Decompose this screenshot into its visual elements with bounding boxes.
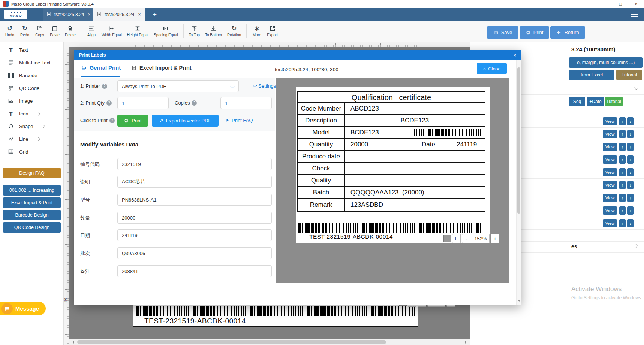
view-button[interactable]: View	[603, 219, 617, 227]
design-barcode[interactable]	[136, 306, 415, 316]
minimize-button[interactable]: −	[597, 0, 613, 8]
tab-general-print[interactable]: Gernal Print	[81, 65, 121, 71]
field-input-5[interactable]	[117, 247, 272, 259]
message-button[interactable]: Message	[0, 302, 46, 315]
more-button[interactable]: ∗ More	[249, 21, 264, 41]
tab-excel-import[interactable]: Excel Import & Print	[131, 65, 192, 71]
move-down-button[interactable]: ↓	[627, 219, 634, 227]
add-date-button[interactable]: +Date	[587, 97, 604, 106]
print-now-button[interactable]: Print	[117, 115, 148, 127]
horizontal-scrollbar[interactable]	[69, 339, 470, 345]
dialog-titlebar[interactable]: Print Labels ×	[74, 50, 521, 60]
delete-button[interactable]: Delete	[62, 21, 78, 41]
dialog-close-button[interactable]: × Close	[477, 63, 507, 74]
design-barcode-caption[interactable]: TEST-2321519-ABCDK-00014	[144, 317, 246, 325]
copy-button[interactable]: Copy	[32, 21, 47, 41]
view-button[interactable]: View	[603, 194, 617, 202]
move-down-button[interactable]: ↓	[627, 168, 634, 176]
view-button[interactable]: View	[603, 143, 617, 151]
to-top-button[interactable]: To Top	[186, 21, 202, 41]
move-down-button[interactable]: ↓	[627, 143, 634, 151]
tool-icon[interactable]: T Icon	[0, 107, 63, 120]
tab-tset42025[interactable]: tset42025.3.24 ×	[43, 8, 95, 21]
tab-test52025[interactable]: test52025.3.24 ×	[93, 8, 145, 21]
design-faq-button[interactable]: Design FAQ	[3, 168, 61, 178]
menu-icon[interactable]	[631, 12, 638, 17]
help-icon[interactable]: ?	[102, 84, 107, 89]
copies-input[interactable]	[220, 97, 272, 109]
tutorial-button[interactable]: Tutorial	[616, 70, 642, 80]
field-input-1[interactable]	[117, 176, 272, 188]
move-up-button[interactable]: ↑	[619, 219, 626, 227]
save-button[interactable]: Save	[487, 26, 518, 39]
help-icon[interactable]: ?	[109, 118, 115, 123]
modal-scrollbar[interactable]	[516, 60, 521, 305]
maso-logo[interactable]: MASO	[4, 10, 27, 19]
move-up-button[interactable]: ↑	[619, 181, 626, 189]
tab-close-icon[interactable]: ×	[87, 12, 91, 17]
tool-shape[interactable]: Shape	[0, 120, 63, 133]
width-equal-button[interactable]: Width Equal	[99, 21, 124, 41]
scroll-right-icon[interactable]	[465, 340, 469, 344]
view-button[interactable]: View	[603, 181, 617, 189]
undo-button[interactable]: ↺ Undo	[2, 21, 17, 41]
section-header[interactable]: es	[571, 243, 577, 249]
seq-button[interactable]: Seq	[569, 97, 585, 106]
height-equal-button[interactable]: Height Equal	[124, 21, 151, 41]
view-button[interactable]: View	[603, 155, 617, 164]
print-button[interactable]: Print	[520, 26, 549, 39]
label-settings-button[interactable]: e, margin, multi-columns ...)	[569, 57, 643, 68]
tool-grid[interactable]: Grid	[0, 145, 63, 158]
add-tab-button[interactable]: +	[150, 8, 160, 21]
pan-tool-icon[interactable]	[443, 235, 451, 242]
move-down-button[interactable]: ↓	[627, 194, 634, 202]
scrollbar-thumb[interactable]	[77, 340, 386, 344]
move-down-button[interactable]: ↓	[627, 181, 634, 189]
excel-import-print-button[interactable]: Excel Import & Print	[3, 197, 61, 208]
move-up-button[interactable]: ↑	[619, 168, 626, 176]
increasing-button[interactable]: 001,002 ... Increasing	[3, 185, 61, 196]
printer-settings-link[interactable]: Settings	[253, 83, 276, 89]
tab-close-icon[interactable]: ×	[137, 12, 141, 17]
view-button[interactable]: View	[603, 168, 617, 176]
view-button[interactable]: View	[603, 206, 617, 215]
move-up-button[interactable]: ↑	[619, 117, 626, 125]
tool-text[interactable]: T Text	[0, 43, 63, 56]
import-from-excel-button[interactable]: from Excel	[569, 70, 614, 80]
scrollbar-thumb[interactable]	[517, 67, 520, 214]
export-button[interactable]: Export	[264, 21, 280, 41]
tool-line[interactable]: Line	[0, 133, 63, 145]
move-down-button[interactable]: ↓	[627, 155, 634, 164]
to-bottom-button[interactable]: To Bottom	[202, 21, 225, 41]
move-up-button[interactable]: ↑	[619, 143, 626, 151]
label-design-fragment[interactable]: TEST-2321519-ABCDK-00014	[133, 305, 418, 327]
help-icon[interactable]: ?	[192, 100, 197, 106]
zoom-fit-button[interactable]: F	[452, 234, 461, 243]
paste-button[interactable]: Paste	[47, 21, 62, 41]
dialog-close-icon[interactable]: ×	[513, 52, 516, 58]
move-up-button[interactable]: ↑	[619, 155, 626, 164]
help-icon[interactable]: ?	[106, 100, 112, 106]
field-input-6[interactable]	[117, 265, 272, 277]
spacing-equal-button[interactable]: Spacing Equal	[151, 21, 181, 41]
section-chevron-icon[interactable]	[634, 244, 638, 248]
close-window-button[interactable]: ×	[628, 0, 644, 8]
view-button[interactable]: View	[603, 130, 617, 138]
maximize-button[interactable]: □	[613, 0, 628, 8]
print-faq-link[interactable]: Print FAQ	[225, 118, 253, 123]
export-vector-pdf-button[interactable]: ↗ Export to vector PDF	[152, 115, 219, 127]
rotation-button[interactable]: ↻ Rotation	[225, 21, 244, 41]
print-qty-input[interactable]	[117, 97, 169, 109]
move-down-button[interactable]: ↓	[627, 130, 634, 138]
return-button[interactable]: Return	[550, 26, 585, 39]
tool-qrcode[interactable]: QR Code	[0, 82, 63, 94]
field-input-2[interactable]	[117, 194, 272, 206]
tool-barcode[interactable]: Barcode	[0, 69, 63, 82]
move-up-button[interactable]: ↑	[619, 194, 626, 202]
move-down-button[interactable]: ↓	[627, 206, 634, 215]
field-input-4[interactable]	[117, 229, 272, 241]
redo-button[interactable]: ↻ Redo	[17, 21, 32, 41]
barcode-design-button[interactable]: Barcode Design	[3, 210, 61, 220]
scroll-left-icon[interactable]	[70, 340, 74, 344]
view-button[interactable]: View	[603, 117, 617, 125]
